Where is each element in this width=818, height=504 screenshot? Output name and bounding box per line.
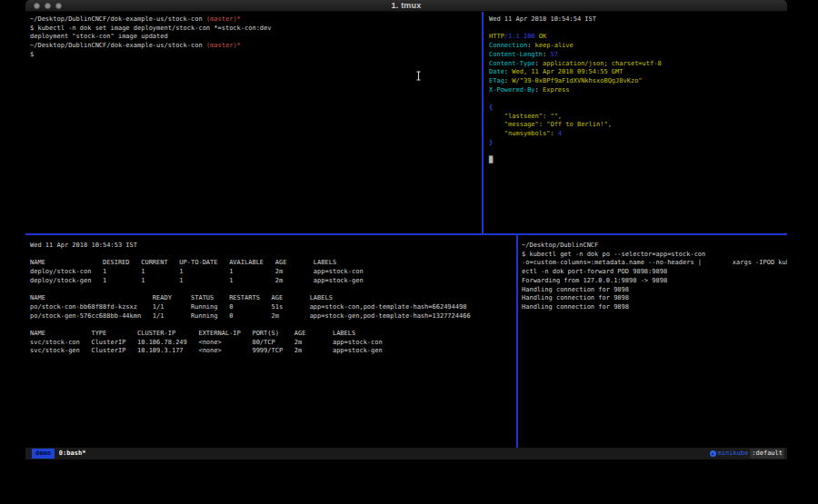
window-title: 1. tmux [392, 1, 422, 10]
pane-divider-horizontal[interactable] [25, 233, 787, 235]
terminal-line [30, 286, 514, 295]
terminal-line [489, 94, 787, 104]
terminal-line: Wed 11 Apr 2018 10:54:54 IST [489, 15, 787, 25]
terminal-line: "message": "Off to Berlin!", [489, 121, 787, 130]
tmux-session-name[interactable]: demo [32, 449, 55, 459]
pane-divider-vertical-bottom[interactable] [516, 235, 518, 448]
tmux-pane-kubectl-get-watch[interactable]: Wed 11 Apr 2018 10:54:53 IST NAME DESIRE… [25, 236, 514, 448]
terminal-line: svc/stock-con ClusterIP 10.106.78.249 <n… [30, 339, 514, 348]
terminal-line: Content-Length: 57 [489, 51, 787, 60]
minimize-button-icon[interactable] [45, 3, 51, 9]
terminal-line: NAME READY STATUS RESTARTS AGE LABELS [30, 294, 514, 303]
terminal-line [489, 25, 787, 34]
terminal-line: deploy/stock-con 1 1 1 1 2m app=stock-co… [30, 268, 514, 277]
mouse-ibeam-cursor [415, 67, 422, 84]
terminal-line: ETag: W/"39-0xBPf9aF1dXVNkhsxoBQgJ8vKzo" [489, 77, 787, 86]
terminal-line: Wed 11 Apr 2018 10:54:53 IST [30, 242, 514, 251]
terminal-line: $ [30, 51, 481, 60]
kubernetes-helm-icon [710, 450, 716, 457]
terminal-line: Handling connection for 9898 [522, 303, 787, 312]
terminal-line: $ kubectl get -n dok po --selector=app=s… [522, 251, 787, 260]
terminal-line: svc/stock-gen ClusterIP 10.109.3.177 <no… [30, 347, 514, 356]
terminal-window: 1. tmux ~/Desktop/DublinCNCF/dok-example… [25, 0, 787, 464]
terminal-line: ~/Desktop/DublinCNCF/dok-example-us/stoc… [30, 15, 481, 25]
terminal-line: Connection: keep-alive [489, 42, 787, 51]
terminal-line: $ kubectl -n dok set image deployment/st… [30, 25, 481, 34]
terminal-line [30, 251, 514, 260]
terminal-line [489, 148, 787, 157]
terminal-line: deploy/stock-gen 1 1 1 1 2m app=stock-ge… [30, 277, 514, 286]
terminal-line: Forwarding from 127.0.0.1:9898 -> 9898 [522, 277, 787, 286]
terminal-line: -o=custom-columns=:metadata.name --no-he… [522, 259, 787, 268]
zoom-button-icon[interactable] [55, 3, 62, 9]
tmux-pane-shell-kubectl-set-image[interactable]: ~/Desktop/DublinCNCF/dok-example-us/stoc… [25, 12, 481, 233]
kube-namespace-label: :default [750, 449, 784, 459]
window-titlebar[interactable]: 1. tmux [25, 0, 787, 12]
terminal-line: deployment "stock-con" image updated [30, 33, 481, 42]
tmux-pane-port-forward[interactable]: ~/Desktop/DublinCNCF$ kubectl get -n dok… [520, 236, 787, 448]
close-button-icon[interactable] [34, 3, 40, 9]
terminal-line: Handling connection for 9898 [522, 294, 787, 303]
terminal-line: "lastseen": "", [489, 113, 787, 122]
terminal-line: ectl -n dok port-forward POD 9898:9898 [522, 268, 787, 277]
terminal-line: po/stock-con-bb68f88fd-kzsxz 1/1 Running… [30, 303, 514, 312]
traffic-lights [34, 3, 62, 9]
terminal-line: X-Powered-By: Express [489, 86, 787, 95]
terminal-line: HTTP/1.1 200 OK [489, 33, 787, 42]
terminal-line: Handling connection for 9898 [522, 286, 787, 295]
terminal-line: NAME TYPE CLUSTER-IP EXTERNAL-IP PORT(S)… [30, 330, 514, 339]
kube-context-label: minikube [718, 448, 749, 460]
terminal-line: ~/Desktop/DublinCNCF [522, 242, 787, 251]
tmux-window-tab[interactable]: 0:bash* [59, 448, 86, 460]
terminal-line [30, 321, 514, 330]
terminal-line: ~/Desktop/DublinCNCF/dok-example-us/stoc… [30, 42, 481, 51]
terminal-line: po/stock-gen-576cc688bb-44kmn 1/1 Runnin… [30, 312, 514, 321]
tmux-status-bar: demo 0:bash* minikube :default [25, 448, 787, 460]
terminal-line: Date: Wed, 11 Apr 2018 09:54:55 GMT [489, 68, 787, 77]
kube-status: minikube :default [710, 448, 784, 460]
tmux-pane-http-response[interactable]: Wed 11 Apr 2018 10:54:54 IST HTTP/1.1 20… [485, 12, 787, 233]
pane-divider-vertical-top[interactable] [482, 12, 484, 234]
terminal-line: NAME DESIRED CURRENT UP-TO-DATE AVAILABL… [30, 259, 514, 268]
terminal-line: { [489, 104, 787, 113]
terminal-line: █ [489, 156, 787, 165]
terminal-line: Content-Type: application/json; charset=… [489, 60, 787, 69]
terminal-line: "numsymbols": 4 [489, 130, 787, 139]
terminal-line: } [489, 139, 787, 148]
